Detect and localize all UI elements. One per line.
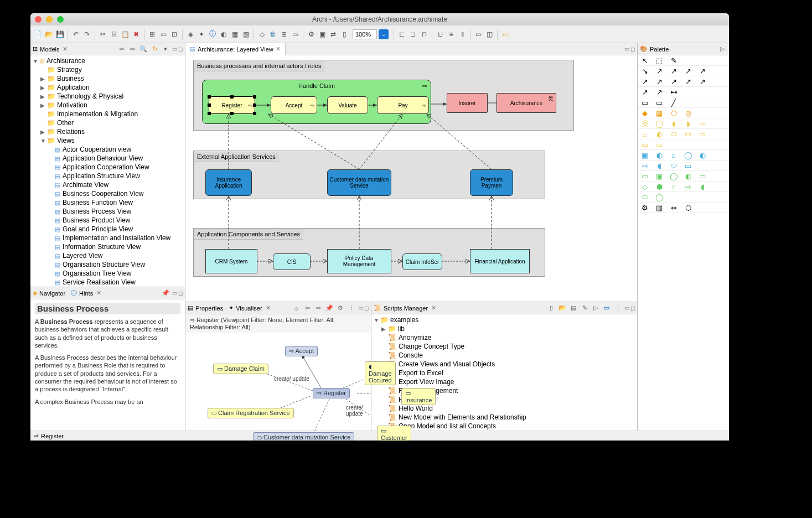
minimize-panel-button[interactable]: ▭ bbox=[172, 290, 177, 296]
info-button[interactable]: ⓘ bbox=[208, 29, 218, 39]
editor-tab[interactable]: ▤ Archisurance: Layered View ✕ bbox=[185, 43, 286, 55]
tree-view-item[interactable]: ▤Actor Cooperation view bbox=[30, 145, 185, 154]
application-tool[interactable]: ⌂ bbox=[669, 151, 679, 159]
tree-root[interactable]: ▼⊞Archisurance bbox=[30, 56, 185, 65]
new-button[interactable]: 📄 bbox=[33, 29, 43, 39]
script-item[interactable]: 📜Export View Image bbox=[371, 377, 637, 386]
technology-tool[interactable]: ◯ bbox=[669, 172, 679, 180]
connector-tool[interactable]: ↗ bbox=[654, 77, 664, 85]
tree-view-item[interactable]: ▤Information Structure View bbox=[30, 242, 185, 251]
script-item[interactable]: 📜Anonymize bbox=[371, 333, 637, 342]
scripts-folder[interactable]: ▼📁examples bbox=[371, 315, 637, 324]
tree-view-item[interactable]: ▤Application Cooperation View bbox=[30, 163, 185, 172]
strategy-tool[interactable]: ◎ bbox=[683, 109, 693, 117]
connector-tool[interactable]: ↘ bbox=[640, 67, 650, 75]
strategy-tool[interactable]: ▦ bbox=[654, 109, 664, 117]
connector-tool[interactable]: ↗ bbox=[654, 88, 664, 96]
pin-button[interactable]: 📌 bbox=[161, 289, 170, 298]
minimize-button[interactable]: ▭ bbox=[358, 305, 363, 311]
visualiser-canvas[interactable]: ⇨ Accept ▭ Damage Claim ◖ Damage Occured… bbox=[185, 333, 371, 431]
tree-view-item[interactable]: ▤Organisation Structure View bbox=[30, 260, 185, 269]
minimize-panel-button[interactable]: ▭ bbox=[172, 46, 177, 52]
application-tool[interactable]: ◐ bbox=[654, 151, 664, 159]
crm-system-component[interactable]: CRM System bbox=[205, 249, 257, 273]
business-tool[interactable]: ⬭ bbox=[669, 130, 679, 138]
connector-tool[interactable]: ↗ bbox=[697, 67, 707, 75]
format-tool[interactable]: ✎ bbox=[669, 56, 679, 64]
tree-view-item[interactable]: ▤Archimate View bbox=[30, 180, 185, 189]
junction-tool[interactable]: ⊷ bbox=[669, 88, 679, 96]
tree-view-item[interactable]: ▤Implementation and Installation View bbox=[30, 234, 185, 242]
align-button[interactable]: ⊔ bbox=[435, 29, 445, 39]
tool-button[interactable]: ◇ bbox=[257, 29, 267, 39]
business-tool[interactable]: 웃 bbox=[640, 120, 650, 127]
application-tool[interactable]: ◐ bbox=[697, 151, 707, 159]
cut-button[interactable]: ✂ bbox=[98, 29, 108, 39]
tool-button[interactable]: ⇄ bbox=[328, 29, 338, 39]
business-tool[interactable]: ▭ bbox=[697, 130, 707, 138]
search-button[interactable]: 🔍 bbox=[139, 45, 148, 54]
tree-view-item[interactable]: ▤Business Product View bbox=[30, 216, 185, 225]
tree-view-item[interactable]: ▤Business Cooperation View bbox=[30, 189, 185, 198]
select-tool[interactable]: ↖ bbox=[640, 56, 650, 64]
maximize-button[interactable]: ◻ bbox=[630, 305, 635, 311]
save-button[interactable]: 💾 bbox=[55, 29, 65, 39]
impl-tool[interactable]: ⇔ bbox=[669, 204, 679, 211]
script-item[interactable]: 📜Console bbox=[371, 351, 637, 360]
toolbar-button[interactable]: ▭ bbox=[602, 304, 611, 313]
technology-tool[interactable]: ⬢ bbox=[654, 183, 664, 190]
business-tool[interactable]: ⌂ bbox=[640, 130, 650, 138]
zoom-dropdown[interactable]: ⌄ bbox=[379, 29, 389, 39]
tree-folder[interactable]: ▶📁Application bbox=[30, 83, 185, 92]
cis-component[interactable]: CIS bbox=[273, 253, 311, 270]
vis-node-customer-file[interactable]: ▭ Customer File bbox=[377, 426, 411, 441]
align-button[interactable]: ⊐ bbox=[408, 29, 418, 39]
connector-tool[interactable]: ↗ bbox=[683, 67, 693, 75]
script-item[interactable]: 📜Open Model and list all Concepts bbox=[371, 422, 637, 431]
valuate-process[interactable]: Valuate bbox=[327, 96, 368, 114]
business-tool[interactable]: ◗ bbox=[683, 120, 693, 127]
copy-button[interactable]: ⎘ bbox=[109, 29, 119, 39]
tool-button[interactable]: ▭ bbox=[290, 29, 300, 39]
vis-node-insurance[interactable]: ▭ Insurance bbox=[401, 388, 436, 405]
accept-process[interactable]: Accept⇨ bbox=[271, 96, 317, 114]
archisurance-actor[interactable]: Archisurance웃 bbox=[496, 93, 556, 113]
maximize-panel-button[interactable]: ◻ bbox=[178, 290, 183, 296]
close-tab-button[interactable]: ✕ bbox=[96, 289, 101, 297]
connector-tool[interactable]: ↗ bbox=[683, 77, 693, 85]
note-tool[interactable]: ▭ bbox=[640, 99, 650, 106]
group-tool[interactable]: ▭ bbox=[654, 99, 664, 106]
tree-view-item[interactable]: ▤Application Structure View bbox=[30, 172, 185, 180]
tree-folder[interactable]: ▶📁Motivation bbox=[30, 101, 185, 110]
business-tool[interactable]: ▭ bbox=[683, 130, 693, 138]
models-tree[interactable]: ▼⊞Archisurance📁Strategy▶📁Business▶📁Appli… bbox=[30, 55, 185, 287]
tool-button[interactable]: ◈ bbox=[185, 29, 195, 39]
scripts-lib-folder[interactable]: ▶📁lib bbox=[371, 324, 637, 333]
business-tool[interactable]: ⇨ bbox=[697, 120, 707, 127]
pin-button[interactable]: 📌 bbox=[325, 304, 334, 313]
tree-view-item[interactable]: ▤Organisation Tree View bbox=[30, 269, 185, 278]
tree-view-item[interactable]: ▤Business Process View bbox=[30, 207, 185, 216]
policy-data-mgmt-component[interactable]: Policy Data Management bbox=[327, 249, 391, 273]
script-item[interactable]: 📜Hello World bbox=[371, 404, 637, 413]
business-tool[interactable]: ▭ bbox=[654, 141, 664, 148]
tool-button[interactable]: ◐ bbox=[219, 29, 229, 39]
toolbar-button[interactable]: ▤ bbox=[569, 304, 578, 313]
connector-tool[interactable]: ↗ bbox=[654, 67, 664, 75]
application-tool[interactable]: ⬭ bbox=[669, 162, 679, 169]
align-button[interactable]: ≡ bbox=[446, 29, 456, 39]
vis-node-damage-occured[interactable]: ◖ Damage Occured bbox=[365, 361, 396, 385]
technology-tool[interactable]: ▭ bbox=[640, 172, 650, 180]
vis-node-damage-claim[interactable]: ▭ Damage Claim bbox=[213, 364, 268, 374]
maximize-button[interactable]: ◻ bbox=[364, 305, 369, 311]
vis-node-accept[interactable]: ⇨ Accept bbox=[285, 346, 318, 356]
undo-button[interactable]: ↶ bbox=[71, 29, 81, 39]
refresh-button[interactable]: ↻ bbox=[150, 45, 159, 54]
script-item[interactable]: 📜New Model with Elements and Relationshi… bbox=[371, 413, 637, 422]
tool-button[interactable]: ⊡ bbox=[169, 29, 179, 39]
maximize-panel-button[interactable]: ◻ bbox=[178, 46, 183, 52]
technology-tool[interactable]: ◯ bbox=[654, 193, 664, 201]
vis-node-claim-reg[interactable]: ⬭ Claim Registration Service bbox=[208, 408, 294, 418]
align-button[interactable]: ⊏ bbox=[397, 29, 407, 39]
nav-back-button[interactable]: ⇦ bbox=[117, 45, 126, 54]
